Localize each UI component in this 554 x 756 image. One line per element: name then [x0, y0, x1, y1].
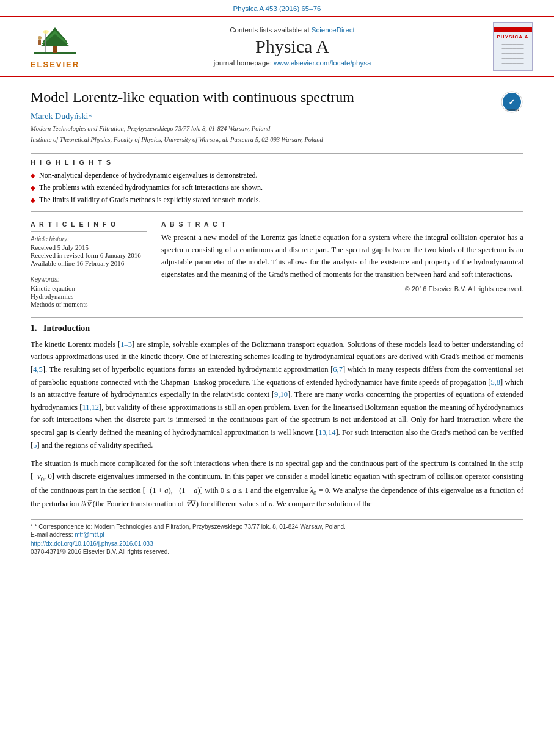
crossmark-icon: ✓ CrossMark	[500, 90, 523, 114]
ref-13-14[interactable]: 13,14	[318, 428, 335, 437]
bullet-icon-1: ◆	[31, 171, 35, 180]
available-date: Available online 16 February 2016	[31, 260, 147, 267]
title-area: ✓ CrossMark Model Lorentz-like equation …	[31, 88, 523, 107]
abstract-heading: A B S T R A C T	[161, 220, 523, 228]
elsevier-logo: ELSEVIER	[18, 24, 92, 69]
journal-center: Contents lists available at ScienceDirec…	[104, 26, 481, 67]
elsevier-label: ELSEVIER	[31, 60, 79, 69]
elsevier-logo-area: ELSEVIER	[18, 24, 92, 69]
bullet-icon-2: ◆	[31, 183, 35, 192]
svg-rect-1	[53, 46, 57, 53]
sciencedirect-line: Contents lists available at ScienceDirec…	[104, 26, 481, 34]
doi-bar: Physica A 453 (2016) 65–76	[0, 0, 554, 16]
intro-paragraph-2: The situation is much more complicated f…	[31, 457, 523, 511]
history-label: Article history:	[31, 236, 147, 242]
footnote-email: E-mail address: mtf@mtf.pl	[31, 531, 523, 538]
article-info-col: A R T I C L E I N F O Article history: R…	[31, 220, 147, 308]
keyword-2: Hydrodynamics	[31, 293, 147, 300]
ref-4-5[interactable]: 4,5	[33, 365, 43, 374]
svg-text:CrossMark: CrossMark	[505, 108, 520, 112]
section-divider	[31, 317, 523, 318]
journal-thumbnail: PHYSICA A ——————————————————————————————	[493, 22, 536, 71]
info-divider-2	[31, 271, 147, 271]
homepage-line: journal homepage: www.elsevier.com/locat…	[104, 59, 481, 67]
highlight-text-1: Non-analytical dependence of hydrodynami…	[39, 170, 258, 181]
ref-6-7[interactable]: 6,7	[333, 365, 343, 374]
doi-text: Physica A 453 (2016) 65–76	[233, 5, 321, 12]
introduction-heading: 1. Introduction	[31, 324, 523, 333]
ref-11-12[interactable]: 11,12	[82, 403, 99, 412]
highlights-title: H I G H L I G H T S	[31, 159, 523, 166]
footnote-area: * * Correspondence to: Modern Technologi…	[31, 519, 523, 555]
crossmark-area: ✓ CrossMark	[500, 90, 523, 116]
affiliation-1: Modern Technologies and Filtration, Przy…	[31, 124, 523, 134]
ref-1-3[interactable]: 1–3	[120, 340, 132, 349]
footnote-email-link[interactable]: mtf@mtf.pl	[75, 531, 104, 538]
footnote-doi: http://dx.doi.org/10.1016/j.physa.2016.0…	[31, 540, 523, 547]
svg-rect-6	[38, 40, 41, 45]
author-name: Marek Dudyński*	[31, 112, 523, 122]
abstract-text: We present a new model of the Lorentz ga…	[161, 231, 523, 280]
svg-text:✓: ✓	[508, 97, 516, 107]
highlights-section: H I G H L I G H T S ◆ Non-analytical dep…	[31, 153, 523, 212]
keyword-1: Kinetic equation	[31, 285, 147, 292]
affiliation-2: Institute of Theoretical Physics, Facult…	[31, 135, 523, 145]
revised-date: Received in revised form 6 January 2016	[31, 252, 147, 259]
introduction-section: 1. Introduction The kinetic Lorentz mode…	[31, 324, 523, 511]
highlight-item-2: ◆ The problems with extended hydrodynami…	[31, 182, 523, 193]
footnote-issn: 0378-4371/© 2016 Elsevier B.V. All right…	[31, 548, 523, 555]
highlight-item-1: ◆ Non-analytical dependence of hydrodyna…	[31, 170, 523, 181]
keywords-heading: Keywords:	[31, 276, 147, 283]
footnote-star: *	[31, 523, 35, 530]
bullet-icon-3: ◆	[31, 195, 35, 205]
highlight-text-3: The limits if validity of Grad's methods…	[39, 194, 260, 205]
doi-link[interactable]: http://dx.doi.org/10.1016/j.physa.2016.0…	[31, 540, 153, 547]
homepage-url[interactable]: www.elsevier.com/locate/physa	[274, 59, 371, 67]
ref-5-8[interactable]: 5,8	[490, 378, 500, 387]
svg-point-8	[43, 30, 49, 34]
keyword-3: Methods of moments	[31, 300, 147, 308]
page: Physica A 453 (2016) 65–76	[0, 0, 554, 756]
abstract-col: A B S T R A C T We present a new model o…	[161, 220, 523, 308]
highlight-item-3: ◆ The limits if validity of Grad's metho…	[31, 194, 523, 205]
copyright-line: © 2016 Elsevier B.V. All rights reserved…	[161, 285, 523, 293]
thumb-image: PHYSICA A ——————————————————————————————	[493, 22, 533, 71]
intro-paragraph-1: The kinetic Lorentz models [1–3] are sim…	[31, 338, 523, 452]
article-info-heading: A R T I C L E I N F O	[31, 220, 147, 228]
two-column-section: A R T I C L E I N F O Article history: R…	[31, 220, 523, 308]
ref-5b[interactable]: 5	[33, 441, 37, 449]
main-content: ✓ CrossMark Model Lorentz-like equation …	[0, 77, 554, 567]
info-divider-1	[31, 231, 147, 232]
article-title: Model Lorentz-like equation with continu…	[31, 88, 523, 107]
footnote-correspondence: * * Correspondence to: Modern Technologi…	[31, 523, 523, 530]
elsevier-tree-icon	[31, 24, 79, 58]
ref-9-10[interactable]: 9,10	[274, 390, 288, 399]
journal-title: Physica A	[104, 36, 481, 57]
journal-header: ELSEVIER Contents lists available at Sci…	[0, 16, 554, 77]
highlight-text-2: The problems with extended hydrodynamics…	[39, 182, 263, 193]
sciencedirect-link[interactable]: ScienceDirect	[312, 26, 355, 34]
svg-point-5	[38, 36, 42, 40]
received-date: Received 5 July 2015	[31, 244, 147, 251]
